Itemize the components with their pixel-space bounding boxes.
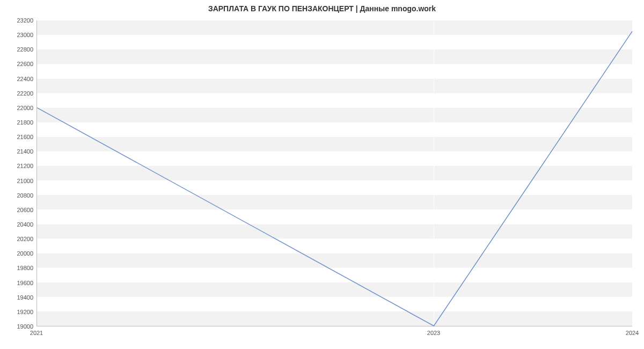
y-tick-label: 21400 (1, 148, 33, 155)
y-tick-label: 20200 (1, 236, 33, 242)
y-tick-label: 21200 (1, 163, 33, 169)
svg-rect-3 (37, 268, 632, 282)
svg-rect-6 (37, 224, 632, 238)
y-tick-label: 22400 (1, 76, 33, 82)
svg-rect-9 (37, 180, 632, 195)
svg-rect-10 (37, 166, 632, 180)
svg-rect-0 (37, 311, 632, 326)
y-tick-label: 22000 (1, 105, 33, 111)
y-tick-label: 23200 (1, 17, 33, 24)
svg-rect-14 (37, 108, 632, 122)
svg-rect-12 (37, 137, 632, 151)
x-tick-label: 2023 (427, 330, 440, 336)
y-tick-label: 22800 (1, 46, 33, 53)
svg-rect-2 (37, 282, 632, 297)
x-tick-label: 2021 (30, 330, 43, 336)
y-tick-label: 20400 (1, 221, 33, 228)
svg-rect-13 (37, 122, 632, 137)
svg-rect-1 (37, 297, 632, 311)
x-tick-label: 2024 (626, 330, 639, 336)
svg-rect-7 (37, 209, 632, 224)
chart-container: ЗАРПЛАТА В ГАУК ПО ПЕНЗАКОНЦЕРТ | Данные… (0, 0, 644, 349)
svg-rect-8 (37, 195, 632, 209)
svg-rect-18 (37, 49, 632, 64)
svg-rect-4 (37, 253, 632, 268)
svg-rect-17 (37, 64, 632, 78)
y-tick-label: 21800 (1, 119, 33, 126)
y-tick-label: 19000 (1, 323, 33, 330)
svg-rect-5 (37, 238, 632, 253)
svg-rect-15 (37, 93, 632, 107)
chart-title: ЗАРПЛАТА В ГАУК ПО ПЕНЗАКОНЦЕРТ | Данные… (0, 4, 644, 13)
svg-rect-20 (37, 20, 632, 35)
y-tick-label: 20800 (1, 192, 33, 199)
y-tick-label: 19200 (1, 309, 33, 315)
svg-rect-19 (37, 35, 632, 49)
y-tick-label: 22600 (1, 61, 33, 67)
y-tick-label: 19600 (1, 280, 33, 286)
y-tick-label: 19800 (1, 265, 33, 271)
y-tick-label: 20000 (1, 250, 33, 257)
y-tick-label: 20600 (1, 207, 33, 213)
chart-svg (37, 20, 632, 326)
y-tick-label: 19400 (1, 294, 33, 301)
svg-rect-16 (37, 78, 632, 93)
y-tick-label: 22200 (1, 90, 33, 97)
y-tick-label: 21000 (1, 178, 33, 184)
y-tick-label: 23000 (1, 32, 33, 38)
plot-area (36, 20, 632, 326)
y-tick-label: 21600 (1, 134, 33, 140)
